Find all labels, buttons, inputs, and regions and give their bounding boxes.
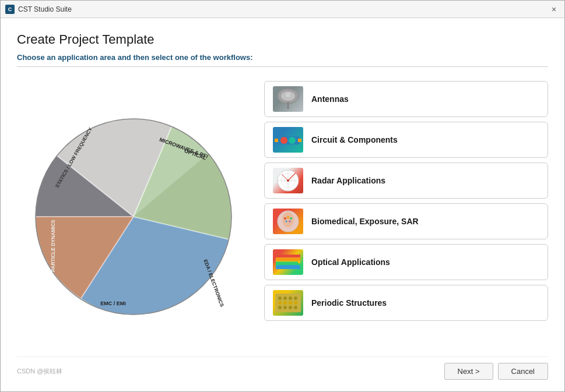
titlebar-left: C CST Studio Suite bbox=[5, 5, 72, 14]
svg-marker-44 bbox=[278, 255, 300, 257]
svg-marker-47 bbox=[277, 265, 299, 268]
option-radar[interactable]: Radar Applications bbox=[264, 163, 548, 199]
option-icon-biomedical bbox=[273, 209, 303, 234]
svg-point-20 bbox=[289, 137, 296, 144]
svg-point-17 bbox=[286, 93, 290, 97]
option-periodic[interactable]: Periodic Structures bbox=[264, 285, 548, 321]
next-button[interactable]: Next > bbox=[444, 363, 493, 380]
svg-rect-16 bbox=[287, 102, 289, 109]
app-icon: C bbox=[5, 5, 15, 14]
svg-point-59 bbox=[289, 306, 292, 309]
svg-point-30 bbox=[287, 179, 289, 182]
svg-point-36 bbox=[286, 221, 287, 223]
svg-text:PARTICLE DYNAMICS: PARTICLE DYNAMICS bbox=[50, 219, 56, 271]
svg-point-32 bbox=[282, 212, 294, 227]
footer-buttons: Next > Cancel bbox=[444, 363, 548, 380]
svg-point-37 bbox=[289, 221, 291, 223]
option-circuit[interactable]: Circuit & Components bbox=[264, 122, 548, 158]
option-icon-antennas bbox=[273, 86, 303, 112]
svg-marker-46 bbox=[276, 262, 298, 264]
option-icon-periodic bbox=[273, 290, 303, 316]
watermark: CSDN @侯桂林 bbox=[17, 367, 62, 376]
option-label-periodic: Periodic Structures bbox=[311, 298, 387, 308]
svg-point-19 bbox=[280, 137, 287, 144]
option-label-radar: Radar Applications bbox=[311, 176, 385, 185]
footer: CSDN @侯桂林 Next > Cancel bbox=[17, 356, 548, 382]
svg-point-56 bbox=[294, 301, 297, 305]
svg-point-55 bbox=[289, 301, 292, 305]
svg-point-53 bbox=[278, 301, 282, 305]
page-title: Create Project Template bbox=[17, 32, 548, 47]
option-label-circuit: Circuit & Components bbox=[311, 135, 398, 144]
option-label-antennas: Antennas bbox=[311, 94, 349, 104]
option-biomedical[interactable]: Biomedical, Exposure, SAR bbox=[264, 203, 548, 239]
svg-text:EMC / EMI: EMC / EMI bbox=[100, 301, 126, 306]
app-window: C CST Studio Suite × Create Project Temp… bbox=[0, 0, 565, 392]
svg-rect-22 bbox=[298, 139, 301, 142]
page-subtitle: Choose an application area and then sele… bbox=[17, 53, 548, 67]
main-content: Create Project Template Choose an applic… bbox=[1, 18, 564, 391]
option-label-biomedical: Biomedical, Exposure, SAR bbox=[311, 217, 419, 226]
close-button[interactable]: × bbox=[548, 3, 560, 15]
pie-chart: MICROWAVES & RF/ OPTICAL STATICS / LOW F… bbox=[29, 112, 238, 322]
svg-point-34 bbox=[287, 216, 289, 218]
options-list: Antennas Circuit & Components bbox=[264, 76, 548, 356]
option-icon-optical bbox=[273, 249, 303, 275]
option-label-optical: Optical Applications bbox=[311, 257, 390, 267]
svg-point-51 bbox=[289, 296, 292, 300]
option-antennas[interactable]: Antennas bbox=[264, 81, 548, 117]
cancel-button[interactable]: Cancel bbox=[498, 363, 548, 380]
svg-point-58 bbox=[283, 306, 287, 309]
diagram-area: MICROWAVES & RF/ OPTICAL STATICS / LOW F… bbox=[17, 76, 250, 356]
main-area: MICROWAVES & RF/ OPTICAL STATICS / LOW F… bbox=[17, 76, 548, 356]
svg-point-49 bbox=[278, 296, 282, 300]
svg-rect-18 bbox=[276, 136, 300, 144]
svg-point-35 bbox=[290, 217, 292, 220]
svg-marker-45 bbox=[277, 258, 299, 261]
window-title: CST Studio Suite bbox=[18, 5, 72, 13]
svg-point-33 bbox=[284, 217, 286, 220]
titlebar: C CST Studio Suite × bbox=[1, 1, 564, 18]
option-optical[interactable]: Optical Applications bbox=[264, 244, 548, 280]
svg-rect-21 bbox=[275, 139, 278, 142]
svg-point-57 bbox=[278, 306, 282, 309]
option-icon-radar bbox=[273, 168, 303, 193]
option-icon-circuit bbox=[273, 127, 303, 153]
svg-point-50 bbox=[283, 296, 287, 300]
svg-point-52 bbox=[294, 296, 297, 300]
svg-point-60 bbox=[294, 306, 297, 309]
svg-point-54 bbox=[283, 301, 287, 305]
